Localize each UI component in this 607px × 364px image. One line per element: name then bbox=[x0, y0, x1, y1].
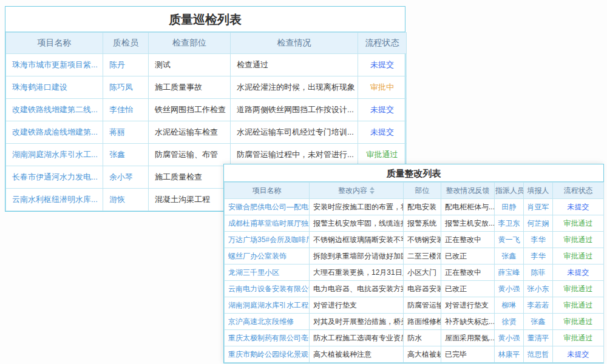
table-row: 改建铁路成渝线增建第... 蒋丽 水泥砼运输车检查 水泥砼运输车司机经过专门培训… bbox=[6, 121, 407, 144]
reporter-link[interactable]: 董清平 bbox=[527, 334, 549, 342]
status-badge: 审批通过 bbox=[367, 150, 398, 159]
project-link[interactable]: 螺丝厂办公室装饰 bbox=[228, 252, 287, 260]
inspection-situation: 检查通过 bbox=[231, 54, 358, 76]
assignee-link[interactable]: 林康平 bbox=[498, 350, 520, 359]
col-header-situation: 检查情况 bbox=[231, 33, 358, 54]
table-row: 万达广场35#会所及咖啡厅空... 不锈钢边框玻璃隔断安装不牢... 不锈钢安装… bbox=[225, 232, 604, 248]
reporter-link[interactable]: 李华 bbox=[531, 235, 546, 244]
project-link[interactable]: 长春市伊通河水力发电... bbox=[12, 172, 98, 181]
rectify-feedback: 补齐缺失标志... bbox=[441, 314, 495, 330]
rectify-part: 不锈钢安装... bbox=[404, 232, 441, 248]
rectify-part: 防腐管运输... bbox=[404, 297, 441, 314]
assignee-link[interactable]: 薛宝峰 bbox=[498, 268, 520, 277]
sort-icon[interactable] bbox=[370, 187, 375, 194]
inspector-link[interactable]: 李佳怡 bbox=[109, 105, 133, 114]
project-link[interactable]: 安徽合肥供电公司—配电设备... bbox=[228, 203, 310, 211]
col-header-inspector: 质检员 bbox=[103, 33, 149, 54]
assignee-link[interactable]: 徐贤 bbox=[502, 317, 517, 326]
assignee-link[interactable]: 黄小强 bbox=[498, 285, 520, 293]
rectify-feedback: 对管进行垫支 bbox=[441, 297, 495, 314]
inspection-situation: 水泥砼运输车司机经过专门培训... bbox=[231, 121, 358, 144]
inspection-situation: 道路两侧铁丝网围挡工作按设计... bbox=[231, 99, 358, 121]
rectify-content: 对其及时开展整治措施，桥头... bbox=[310, 314, 404, 330]
col-header-part: 部位 bbox=[404, 183, 441, 199]
assignee-link[interactable]: 柳琳 bbox=[502, 301, 517, 309]
rectify-part: 高大植被栽种 bbox=[404, 346, 441, 363]
col-header-content-label: 整改内容 bbox=[338, 186, 367, 195]
status-badge: 审批通过 bbox=[564, 317, 593, 326]
project-link[interactable]: 珠海鹤港口建设 bbox=[12, 83, 67, 92]
rectify-content: 大理石重装更换，12月31日之... bbox=[310, 265, 404, 281]
rectify-content: 防水工程施工选调有专业资质... bbox=[310, 330, 404, 346]
rectify-feedback: 正在整改中 bbox=[441, 232, 495, 248]
project-link[interactable]: 湖南洞庭湖水库引水工... bbox=[12, 150, 98, 159]
rectification-list-panel: 质量整改列表 项目名称 整改内容 部位 整改情况反馈 指派人员 填报人 流程状态… bbox=[223, 164, 604, 363]
project-link[interactable]: 云南电力设备安装有限公司20... bbox=[228, 285, 310, 293]
assignee-link[interactable]: 张鑫 bbox=[502, 252, 517, 260]
status-badge: 审批通过 bbox=[564, 235, 593, 244]
reporter-link[interactable]: 李若若 bbox=[527, 301, 549, 309]
project-link[interactable]: 京沪高速北京段维修 bbox=[228, 317, 294, 326]
inspection-situation: 水泥砼灌注的时候，出现离析现象 bbox=[231, 76, 358, 99]
status-badge: 审批通过 bbox=[564, 219, 593, 228]
assignee-link[interactable]: 黄一飞 bbox=[498, 235, 520, 244]
inspection-location: 防腐管运输、布管 bbox=[149, 144, 231, 166]
col-header-assignee: 指派人员 bbox=[495, 183, 524, 199]
rectify-content: 电力电容器、电抗器安装方案... bbox=[310, 281, 404, 297]
project-link[interactable]: 万达广场35#会所及咖啡厅空... bbox=[228, 235, 310, 244]
project-link[interactable]: 重庆市鹅岭公园绿化景观提升... bbox=[228, 350, 310, 359]
reporter-link[interactable]: 肖亚军 bbox=[527, 203, 549, 211]
table-row: 京沪高速北京段维修 对其及时开展整治措施，桥头... 路面维修检... 补齐缺失… bbox=[225, 314, 604, 330]
project-link[interactable]: 珠海市城市更新项目紫... bbox=[12, 60, 98, 69]
inspection-list-title: 质量巡检列表 bbox=[5, 7, 405, 32]
col-header-status: 流程状态 bbox=[358, 33, 407, 54]
col-header-feedback: 整改情况反馈 bbox=[441, 183, 495, 199]
table-row: 成都杜甫草堂临时展厅独立展... 报警主机安放牢固，线缆连接... 报警系统 报… bbox=[225, 215, 604, 232]
table-row: 螺丝厂办公室装饰 拆除到承重墙部分请做好加固... 二至三楼混... 已改正 张… bbox=[225, 248, 604, 265]
status-badge: 审批通过 bbox=[564, 252, 593, 260]
inspection-header-row: 项目名称 质检员 检查部位 检查情况 流程状态 bbox=[6, 33, 407, 54]
rectify-part: 配电安装 bbox=[404, 199, 441, 215]
project-link[interactable]: 云南水利枢纽潜明水库... bbox=[12, 195, 98, 204]
inspector-link[interactable]: 游恢 bbox=[109, 195, 125, 204]
col-header-project: 项目名称 bbox=[225, 183, 310, 199]
table-row: 重庆太极制药有限公司亳州中... 防水工程施工选调有专业资质... 防水 屋面采… bbox=[225, 330, 604, 346]
project-link[interactable]: 改建铁路成渝线增建第... bbox=[12, 127, 98, 136]
inspector-link[interactable]: 陈丹 bbox=[109, 60, 125, 69]
rectify-feedback: 已完毕 bbox=[441, 346, 495, 363]
rectify-content: 高大植被栽种注意 bbox=[310, 346, 404, 363]
assignee-link[interactable]: 李卫东 bbox=[498, 219, 520, 228]
reporter-link[interactable]: 张小东 bbox=[527, 285, 549, 293]
project-link[interactable]: 龙湖三千里小区 bbox=[228, 268, 279, 277]
rectify-feedback: 正在整改中 bbox=[441, 265, 495, 281]
reporter-link[interactable]: 范思哲 bbox=[527, 350, 549, 359]
rectification-table: 项目名称 整改内容 部位 整改情况反馈 指派人员 填报人 流程状态 安徽合肥供电… bbox=[224, 182, 604, 363]
project-link[interactable]: 重庆太极制药有限公司亳州中... bbox=[228, 334, 310, 342]
inspection-location: 施工质量检查 bbox=[149, 166, 231, 189]
assignee-link[interactable]: 黄小强 bbox=[498, 334, 520, 342]
inspection-location: 施工质量事故 bbox=[149, 76, 231, 99]
assignee-link[interactable]: 田静 bbox=[502, 203, 517, 211]
inspector-link[interactable]: 蒋丽 bbox=[109, 127, 125, 136]
status-badge: 审批通过 bbox=[564, 285, 593, 293]
reporter-link[interactable]: 陈菲 bbox=[531, 268, 546, 277]
col-header-project: 项目名称 bbox=[6, 33, 103, 54]
project-link[interactable]: 改建铁路线增建第二线... bbox=[12, 105, 98, 114]
table-row: 珠海市城市更新项目紫... 陈丹 测试 检查通过 未提交 bbox=[6, 54, 407, 76]
reporter-link[interactable]: 李华 bbox=[531, 252, 546, 260]
page-canvas: 质量巡检列表 项目名称 质检员 检查部位 检查情况 流程状态 珠海市城市更新项目… bbox=[0, 0, 607, 364]
reporter-link[interactable]: 何芷娴 bbox=[527, 219, 549, 228]
project-link[interactable]: 成都杜甫草堂临时展厅独立展... bbox=[228, 219, 310, 228]
col-header-content: 整改内容 bbox=[310, 183, 404, 199]
status-badge: 未提交 bbox=[370, 105, 394, 114]
rectify-feedback: 报警主机安放... bbox=[441, 215, 495, 232]
table-row: 湖南洞庭湖水库引水工程施工1标 对管进行垫支 防腐管运输... 对管进行垫支 柳… bbox=[225, 297, 604, 314]
inspector-link[interactable]: 张鑫 bbox=[109, 150, 125, 159]
rectify-feedback: 已改正 bbox=[441, 281, 495, 297]
inspection-location: 水泥砼运输车检查 bbox=[149, 121, 231, 144]
status-badge: 未提交 bbox=[370, 127, 394, 136]
inspector-link[interactable]: 陈巧凤 bbox=[109, 83, 133, 92]
inspector-link[interactable]: 余小琴 bbox=[109, 172, 133, 181]
project-link[interactable]: 湖南洞庭湖水库引水工程施工1标 bbox=[228, 301, 310, 309]
reporter-link[interactable]: 张鑫 bbox=[531, 317, 546, 326]
